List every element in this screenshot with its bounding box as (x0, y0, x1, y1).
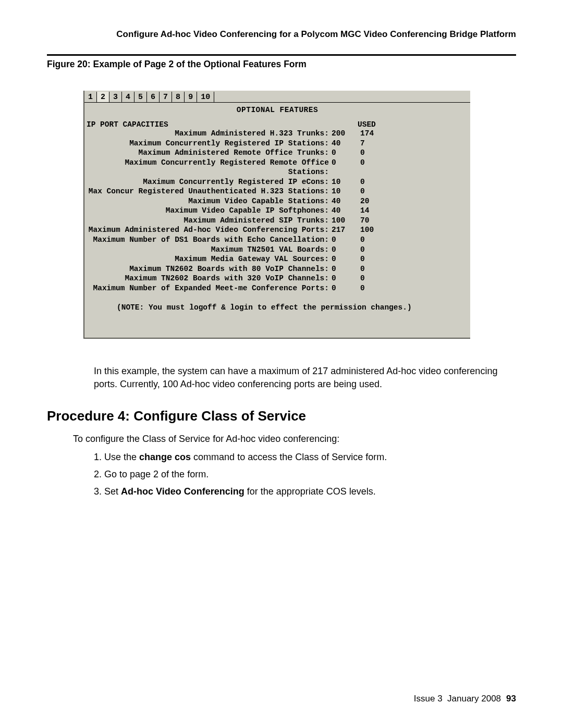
capacity-row: Maximum Number of Expanded Meet-me Confe… (87, 283, 468, 293)
capacity-row: Maximum Administered SIP Trunks:10070 (87, 216, 468, 226)
row-value: 0 (332, 158, 350, 177)
step-text: command to access the Class of Service f… (191, 452, 387, 462)
row-used: 0 (360, 187, 365, 196)
footer-date: January 2008 (447, 694, 501, 704)
row-used: 7 (360, 139, 365, 149)
capacity-row: Maximum Concurrently Registered IP eCons… (87, 177, 468, 187)
row-label: Maximum TN2501 VAL Boards: (87, 245, 329, 255)
row-label: Maximum Administered Remote Office Trunk… (87, 148, 329, 158)
row-value: 200 (332, 129, 350, 139)
row-used: 0 (360, 158, 365, 177)
row-label: Maximum TN2602 Boards with 80 VoIP Chann… (87, 264, 329, 274)
tab-3[interactable]: 3 (109, 92, 122, 102)
footer-issue: Issue 3 (414, 694, 443, 704)
row-used: 0 (360, 245, 365, 255)
capacity-row: Maximum Administered Remote Office Trunk… (87, 148, 468, 158)
procedure-intro: To configure the Class of Service for Ad… (73, 434, 516, 445)
tab-6[interactable]: 6 (147, 92, 160, 102)
capacity-rows: Maximum Administered H.323 Trunks:200174… (87, 129, 468, 293)
row-used: 100 (360, 225, 374, 235)
step-text: 1. Use the (94, 452, 139, 462)
page-header: Configure Ad-hoc Video Conferencing for … (47, 29, 516, 40)
row-label: Maximum Number of Expanded Meet-me Confe… (87, 283, 329, 293)
row-used: 0 (360, 235, 365, 245)
horizontal-rule (47, 54, 516, 56)
step-2: 2. Go to page 2 of the form. (94, 469, 516, 480)
row-label: Maximum Administered SIP Trunks: (87, 216, 329, 226)
row-used: 174 (360, 129, 374, 139)
row-value: 10 (332, 177, 350, 187)
row-value: 0 (332, 245, 350, 255)
step-text: for the appropriate COS levels. (244, 486, 376, 497)
row-value: 0 (332, 283, 350, 293)
tab-4[interactable]: 4 (122, 92, 134, 102)
row-used: 0 (360, 148, 365, 158)
capacity-row: Maximum TN2602 Boards with 80 VoIP Chann… (87, 264, 468, 274)
capacity-row: Maximum Media Gateway VAL Sources:00 (87, 254, 468, 264)
row-label: Maximum Video Capable Stations: (87, 196, 329, 206)
step-3: 3. Set Ad-hoc Video Conferencing for the… (94, 486, 516, 497)
row-label: Maximum Video Capable IP Softphones: (87, 206, 329, 216)
capacity-row: Maximum Video Capable IP Softphones:4014 (87, 206, 468, 216)
row-label: Maximum Administered H.323 Trunks: (87, 129, 329, 139)
capacity-row: Maximum Concurrently Registered Remote O… (87, 158, 468, 177)
capacity-row: Max Concur Registered Unauthenticated H.… (87, 187, 468, 196)
terminal-title: OPTIONAL FEATURES (87, 106, 468, 114)
procedure-steps: 1. Use the change cos command to access … (94, 452, 516, 497)
tab-strip: 12345678910 (84, 91, 470, 103)
body-paragraph: In this example, the system can have a m… (94, 365, 516, 390)
tab-1[interactable]: 1 (84, 92, 97, 102)
terminal-screenshot: 12345678910 OPTIONAL FEATURES IP PORT CA… (83, 91, 470, 339)
tab-5[interactable]: 5 (134, 92, 147, 102)
row-used: 0 (360, 274, 365, 283)
row-used: 0 (360, 177, 365, 187)
row-label: Maximum Concurrently Registered Remote O… (87, 158, 329, 177)
tab-8[interactable]: 8 (172, 92, 185, 102)
capacity-row: Maximum TN2501 VAL Boards:00 (87, 245, 468, 255)
section-label: IP PORT CAPACITIES (87, 120, 332, 129)
figure-caption: Figure 20: Example of Page 2 of the Opti… (47, 59, 516, 70)
row-value: 0 (332, 148, 350, 158)
tab-10[interactable]: 10 (197, 92, 214, 102)
row-label: Max Concur Registered Unauthenticated H.… (87, 187, 329, 196)
row-value: 40 (332, 206, 350, 216)
capacity-row: Maximum Video Capable Stations:4020 (87, 196, 468, 206)
footer-page-number: 93 (506, 694, 516, 704)
terminal-note: (NOTE: You must logoff & login to effect… (87, 303, 468, 312)
step-1: 1. Use the change cos command to access … (94, 452, 516, 463)
row-label: Maximum Administered Ad-hoc Video Confer… (87, 225, 329, 235)
row-value: 40 (332, 139, 350, 149)
used-header: USED (358, 120, 376, 129)
command-name: change cos (139, 452, 191, 462)
feature-name: Ad-hoc Video Conferencing (121, 486, 244, 497)
row-used: 20 (360, 196, 369, 206)
row-value: 0 (332, 264, 350, 274)
page-footer: Issue 3 January 200893 (414, 694, 516, 704)
row-used: 0 (360, 254, 365, 264)
row-label: Maximum Concurrently Registered IP eCons… (87, 177, 329, 187)
row-used: 70 (360, 216, 369, 226)
step-text: 3. Set (94, 486, 121, 497)
row-label: Maximum Media Gateway VAL Sources: (87, 254, 329, 264)
tab-9[interactable]: 9 (185, 92, 197, 102)
capacity-row: Maximum TN2602 Boards with 320 VoIP Chan… (87, 274, 468, 283)
row-value: 10 (332, 187, 350, 196)
row-value: 217 (332, 225, 350, 235)
row-label: Maximum Concurrently Registered IP Stati… (87, 139, 329, 149)
row-used: 0 (360, 283, 365, 293)
row-used: 14 (360, 206, 369, 216)
row-used: 0 (360, 264, 365, 274)
row-label: Maximum Number of DS1 Boards with Echo C… (87, 235, 329, 245)
tab-2[interactable]: 2 (97, 92, 109, 102)
capacity-row: Maximum Administered Ad-hoc Video Confer… (87, 225, 468, 235)
row-value: 100 (332, 216, 350, 226)
capacity-row: Maximum Administered H.323 Trunks:200174 (87, 129, 468, 139)
row-value: 0 (332, 254, 350, 264)
row-value: 0 (332, 235, 350, 245)
section-heading: Procedure 4: Configure Class of Service (47, 408, 516, 424)
row-label: Maximum TN2602 Boards with 320 VoIP Chan… (87, 274, 329, 283)
document-page: Configure Ad-hoc Video Conferencing for … (0, 0, 563, 728)
row-value: 40 (332, 196, 350, 206)
capacity-row: Maximum Concurrently Registered IP Stati… (87, 139, 468, 149)
tab-7[interactable]: 7 (160, 92, 172, 102)
